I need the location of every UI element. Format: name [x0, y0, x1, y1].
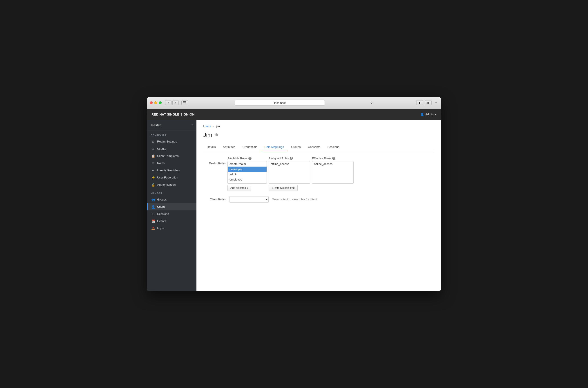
realm-name: Master: [151, 123, 161, 127]
sidebar: Master ▾ Configure ⚙ Realm Settings 🖥 Cl…: [147, 120, 196, 291]
role-option-create-realm[interactable]: create-realm: [228, 161, 267, 167]
sidebar-item-import[interactable]: 📥 Import: [147, 225, 196, 232]
back-button[interactable]: ‹: [165, 100, 171, 105]
sidebar-item-roles[interactable]: ≡ Roles: [147, 160, 196, 167]
client-roles-row: Client Roles Select client to view roles…: [203, 196, 434, 203]
page-title: Jim: [203, 131, 212, 139]
page-title-row: Jim 🗑: [203, 131, 434, 139]
client-roles-select[interactable]: [229, 196, 269, 203]
authentication-icon: 🔒: [151, 183, 155, 187]
app-body: Master ▾ Configure ⚙ Realm Settings 🖥 Cl…: [147, 120, 441, 291]
role-mappings-panel: Realm Roles Available Roles ? create-rea…: [203, 157, 434, 191]
clients-icon: 🖥: [151, 147, 155, 151]
titlebar: ‹ › localhost ↻ ⬆ ⧉ +: [147, 97, 441, 109]
sidebar-item-label: Client Templates: [157, 154, 179, 158]
sidebar-item-realm-settings[interactable]: ⚙ Realm Settings: [147, 138, 196, 145]
client-roles-label: Client Roles: [210, 198, 226, 201]
share-button[interactable]: ⬆: [416, 100, 423, 105]
sidebar-item-label: Realm Settings: [157, 140, 177, 143]
user-federation-icon: ⚡: [151, 176, 155, 179]
breadcrumb-users-link[interactable]: Users: [203, 124, 211, 128]
sidebar-item-label: Groups: [157, 198, 167, 201]
admin-dropdown-arrow: ▾: [435, 113, 437, 116]
sidebar-item-label: Events: [157, 219, 166, 223]
add-selected-wrapper: Add selected »: [228, 185, 267, 191]
breadcrumb: Users » jim: [203, 124, 434, 128]
address-bar[interactable]: localhost: [235, 100, 325, 106]
realm-settings-icon: ⚙: [151, 140, 155, 144]
close-button[interactable]: [150, 101, 153, 104]
sidebar-toggle-button[interactable]: [181, 100, 188, 105]
sessions-icon: ⏱: [151, 212, 155, 216]
sidebar-item-clients[interactable]: 🖥 Clients: [147, 145, 196, 152]
sidebar-item-user-federation[interactable]: ⚡ User Federation: [147, 174, 196, 181]
sidebar-item-authentication[interactable]: 🔒 Authentication: [147, 181, 196, 188]
sidebar-item-label: Identity Providers: [157, 169, 180, 172]
assigned-roles-column: Assigned Roles ? offline_access « Remove…: [269, 157, 310, 191]
maximize-button[interactable]: [159, 101, 162, 104]
realm-dropdown-icon: ▾: [191, 124, 193, 126]
tab-role-mappings[interactable]: Role Mappings: [261, 143, 287, 151]
traffic-lights: [150, 101, 162, 104]
realm-selector[interactable]: Master ▾: [147, 120, 196, 130]
effective-roles-help-icon[interactable]: ?: [332, 157, 335, 160]
tab-details[interactable]: Details: [203, 143, 219, 151]
minimize-button[interactable]: [154, 101, 157, 104]
svg-rect-0: [183, 101, 186, 102]
role-option-developer[interactable]: developer: [228, 167, 267, 172]
tab-groups[interactable]: Groups: [287, 143, 304, 151]
tab-consents[interactable]: Consents: [304, 143, 324, 151]
manage-section-label: Manage: [147, 188, 196, 196]
role-option-employee[interactable]: employee: [228, 177, 267, 182]
sidebar-item-label: Authentication: [157, 183, 176, 186]
tab-sessions[interactable]: Sessions: [324, 143, 343, 151]
refresh-button[interactable]: ↻: [369, 100, 374, 105]
add-selected-button[interactable]: Add selected »: [228, 185, 251, 191]
breadcrumb-separator: »: [213, 124, 214, 128]
events-icon: 📅: [151, 219, 155, 223]
top-navigation: RED HAT SINGLE SIGN-ON 👤 Admin ▾: [147, 109, 441, 120]
available-roles-help-icon[interactable]: ?: [248, 157, 252, 160]
sidebar-item-client-templates[interactable]: 📋 Client Templates: [147, 152, 196, 160]
effective-role-offline-access[interactable]: offline_access: [312, 161, 353, 167]
new-tab-button[interactable]: +: [433, 100, 438, 105]
sidebar-item-groups[interactable]: 👥 Groups: [147, 196, 196, 203]
svg-rect-2: [183, 104, 186, 104]
assigned-roles-header: Assigned Roles ?: [269, 157, 310, 160]
sidebar-item-label: Roles: [157, 161, 165, 165]
remove-selected-button[interactable]: « Remove selected: [269, 185, 298, 191]
sidebar-item-label: Import: [157, 227, 165, 230]
sidebar-item-label: Sessions: [157, 212, 169, 216]
effective-roles-listbox[interactable]: offline_access: [312, 161, 353, 184]
assigned-roles-listbox[interactable]: offline_access: [269, 161, 310, 184]
svg-rect-1: [183, 102, 186, 103]
sidebar-item-label: Clients: [157, 147, 166, 150]
available-roles-label: Available Roles: [228, 157, 247, 160]
tab-attributes[interactable]: Attributes: [219, 143, 239, 151]
available-roles-listbox[interactable]: create-realm developer admin employee: [228, 161, 267, 184]
role-option-admin[interactable]: admin: [228, 172, 267, 177]
sidebar-item-label: User Federation: [157, 176, 178, 179]
sidebar-item-identity-providers[interactable]: ↔ Identity Providers: [147, 167, 196, 174]
identity-providers-icon: ↔: [151, 169, 155, 172]
sidebar-item-events[interactable]: 📅 Events: [147, 218, 196, 225]
sidebar-item-users[interactable]: 👤 Users: [147, 203, 196, 210]
client-roles-hint: Select client to view roles for client: [272, 198, 317, 201]
main-content: Users » jim Jim 🗑 Details Attributes Cre…: [196, 120, 441, 291]
tab-button[interactable]: ⧉: [425, 100, 432, 105]
sidebar-item-sessions[interactable]: ⏱ Sessions: [147, 210, 196, 218]
delete-user-button[interactable]: 🗑: [215, 133, 218, 137]
client-roles-label-wrapper: Client Roles: [203, 198, 226, 201]
sidebar-item-label: Users: [157, 205, 165, 208]
effective-roles-label: Effective Roles: [312, 157, 331, 160]
user-icon: 👤: [420, 113, 424, 116]
forward-button[interactable]: ›: [172, 100, 179, 105]
assigned-role-offline-access[interactable]: offline_access: [269, 161, 310, 167]
assigned-roles-help-icon[interactable]: ?: [290, 157, 293, 160]
tab-credentials[interactable]: Credentials: [239, 143, 261, 151]
effective-roles-header: Effective Roles ?: [312, 157, 353, 160]
admin-menu[interactable]: 👤 Admin ▾: [420, 113, 437, 116]
realm-roles-section-label: Realm Roles: [203, 157, 226, 165]
groups-icon: 👥: [151, 198, 155, 201]
roles-icon: ≡: [151, 161, 155, 165]
